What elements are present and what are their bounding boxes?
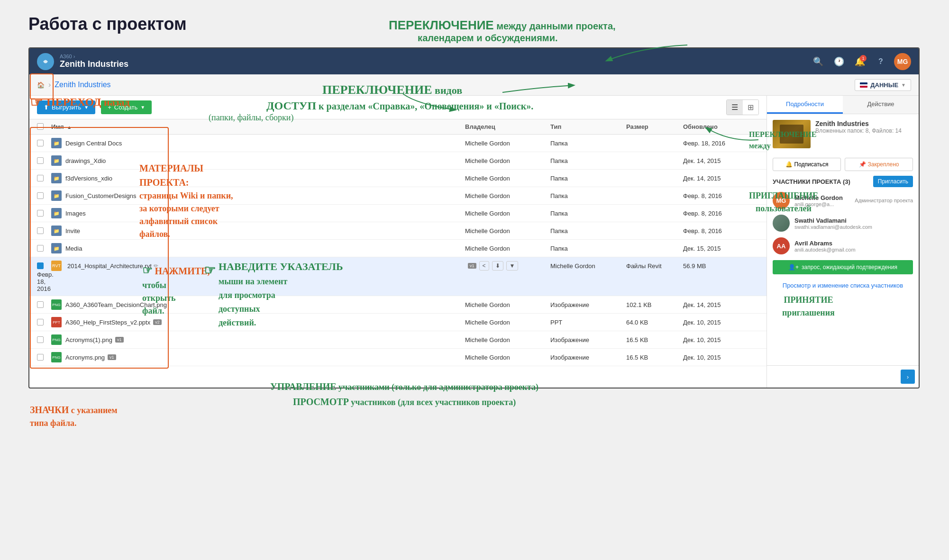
subscribe-button[interactable]: 🔔 Подписаться <box>773 158 841 171</box>
folder-icon: 📁 <box>51 190 62 201</box>
file-owner: Michelle Gordon <box>550 262 626 270</box>
row-checkbox[interactable] <box>37 319 44 325</box>
panel-arrow-button[interactable]: › <box>901 370 915 384</box>
file-updated: Февр. 18, 2016 <box>683 140 759 147</box>
list-view-button[interactable]: ☰ <box>727 100 743 115</box>
table-row[interactable]: PNG Acronyms.png v1 Michelle Gordon Изоб… <box>29 349 766 366</box>
table-row[interactable]: PNG A360_A360Team_DecisionChart.png Mich… <box>29 296 766 314</box>
table-row[interactable]: PNG Acronyms(1).png v1 Michelle Gordon И… <box>29 331 766 349</box>
table-row[interactable]: PPT A360_Help_FirstSteps_v2.pptx v2 Mich… <box>29 314 766 331</box>
share-action-btn[interactable]: < <box>479 261 489 271</box>
row-checkbox[interactable] <box>37 140 44 146</box>
row-checkbox-checked[interactable] <box>37 262 44 269</box>
file-name: Design Central Docs <box>65 140 122 147</box>
file-type: Папка <box>550 227 626 235</box>
row-checkbox[interactable] <box>37 175 44 181</box>
file-type: Файлы Revit <box>626 262 683 270</box>
file-name-cell: 📁 drawings_Xdio <box>51 155 465 166</box>
annotation-hover: ☞ НАВЕДИТЕ УКАЗАТЕЛЬ мыши на элемент для… <box>204 258 343 329</box>
row-checkbox[interactable] <box>37 245 44 252</box>
row-checkbox[interactable] <box>37 210 44 217</box>
pending-request[interactable]: 👤+ запрос, ожидающий подтверждения <box>773 260 913 274</box>
file-type: Папка <box>550 192 626 199</box>
file-name: Acronyms(1).png <box>65 336 112 343</box>
select-all-checkbox[interactable] <box>37 123 44 130</box>
pending-icon: 👤+ <box>788 264 799 271</box>
table-header: Имя ▲ Владелец Тип Размер Обновлено <box>29 119 766 135</box>
file-area: ⬆ Выгрузить ▼ + Создать ▼ ☰ ⊞ Имя ▲ Вл <box>29 96 767 388</box>
view-dropdown[interactable]: ДАННЫЕ ▼ <box>855 79 911 91</box>
tab-details[interactable]: Подробности <box>767 96 843 114</box>
annotation-switch-project: ПЕРЕКЛЮЧЕНИЕ между данными проекта, кале… <box>389 18 616 44</box>
table-row[interactable]: 📁 Media Michelle Gordon Папка Дек. 15, 2… <box>29 240 766 257</box>
annotation-icons: ЗНАЧКИ с указаниемтипа файла. <box>30 403 118 430</box>
row-checkbox[interactable] <box>37 192 44 199</box>
png-file-icon: PNG <box>51 352 62 362</box>
notification-nav-icon[interactable]: 🔔 1 <box>852 54 867 69</box>
bell-icon: 🔔 <box>785 161 793 168</box>
panel-content: Zenith Industries Вложенных папок: 8, Фа… <box>767 114 919 365</box>
annotation-go-back: ☞ ПЕРЕХОД назад <box>30 94 130 110</box>
member-email: swathi.vadlamani@autodesk.com <box>794 224 913 230</box>
file-updated: Февр. 8, 2016 <box>683 227 759 235</box>
member-name: Swathi Vadlamani <box>794 217 913 224</box>
view-members-link[interactable]: Просмотр и изменение списка участников <box>773 278 913 293</box>
search-nav-icon[interactable]: 🔍 <box>811 54 826 69</box>
row-checkbox[interactable] <box>37 336 44 343</box>
file-name-cell: PNG Acronyms(1).png v1 <box>51 334 465 345</box>
nav-company-name: Zenith Industries <box>60 59 128 69</box>
pin-icon: 📌 <box>859 161 866 168</box>
member-role: Администратор проекта <box>855 198 913 203</box>
view-dropdown-label: ДАННЫЕ <box>870 81 898 89</box>
file-updated: Дек. 15, 2015 <box>683 245 759 252</box>
file-owner: Michelle Gordon <box>465 192 550 199</box>
file-owner: Michelle Gordon <box>465 227 550 235</box>
file-size: 102.1 KB <box>626 301 683 308</box>
pptx-file-icon: PPT <box>51 317 62 327</box>
member-item: AA Avril Abrams anili.autodesk@gmail.com <box>773 237 913 254</box>
header-name[interactable]: Имя ▲ <box>51 123 465 130</box>
more-action-btn[interactable]: ▼ <box>506 261 519 271</box>
row-checkbox[interactable] <box>37 354 44 361</box>
panel-tabs: Подробности Действие <box>767 96 919 114</box>
project-name: Zenith Industries <box>815 120 902 127</box>
page-title: Работа с проектом <box>28 14 187 34</box>
version-badge: v1 <box>108 354 116 360</box>
nav-logo[interactable] <box>37 53 54 70</box>
file-type: Изображение <box>550 336 626 343</box>
download-action-btn[interactable]: ⬇ <box>492 261 503 271</box>
row-checkbox[interactable] <box>37 157 44 164</box>
pin-button[interactable]: 📌 Закреплено <box>845 158 913 171</box>
file-owner: Michelle Gordon <box>465 354 550 361</box>
file-updated: Дек. 14, 2015 <box>683 157 759 164</box>
user-avatar[interactable]: MG <box>894 53 911 70</box>
file-type: Папка <box>550 210 626 217</box>
invite-button[interactable]: Пригласить <box>873 176 913 187</box>
nav-breadcrumb-top: А360 › <box>60 54 128 59</box>
file-type: Изображение <box>550 354 626 361</box>
secondary-nav: 🏠 › Zenith Industries ДАННЫЕ ▼ <box>29 74 919 96</box>
breadcrumb-home[interactable]: 🏠 <box>37 81 45 89</box>
folder-icon: 📁 <box>51 173 62 183</box>
annotation-manage: УПРАВЛЕНИЕ участниками (только для админ… <box>270 379 538 409</box>
breadcrumb-link[interactable]: Zenith Industries <box>55 81 110 89</box>
header-owner: Владелец <box>465 123 550 130</box>
table-row[interactable]: 📁 Design Central Docs Michelle Gordon Па… <box>29 135 766 152</box>
project-stats: Вложенных папок: 8, Файлов: 14 <box>815 127 902 134</box>
help-nav-icon[interactable]: ? <box>873 54 888 69</box>
members-title: УЧАСТНИКИ ПРОЕКТА (3) <box>773 178 850 185</box>
history-nav-icon[interactable]: 🕐 <box>831 54 847 69</box>
row-checkbox[interactable] <box>37 301 44 308</box>
row-checkbox[interactable] <box>37 227 44 234</box>
file-type: Изображение <box>550 301 626 308</box>
table-row-selected[interactable]: RVT 2014_Hospital_Architecture.rvt ✏ v1 … <box>29 257 766 296</box>
member-info: Swathi Vadlamani swathi.vadlamani@autode… <box>794 217 913 230</box>
version-badge: v1 <box>468 263 476 269</box>
version-badge: v2 <box>153 319 162 325</box>
file-updated: Дек. 10, 2015 <box>683 336 759 343</box>
file-owner: Michelle Gordon <box>465 245 550 252</box>
header-checkbox <box>37 123 51 130</box>
grid-view-button[interactable]: ⊞ <box>743 100 758 115</box>
tab-action[interactable]: Действие <box>843 96 919 114</box>
panel-actions: 🔔 Подписаться 📌 Закреплено <box>773 158 913 171</box>
